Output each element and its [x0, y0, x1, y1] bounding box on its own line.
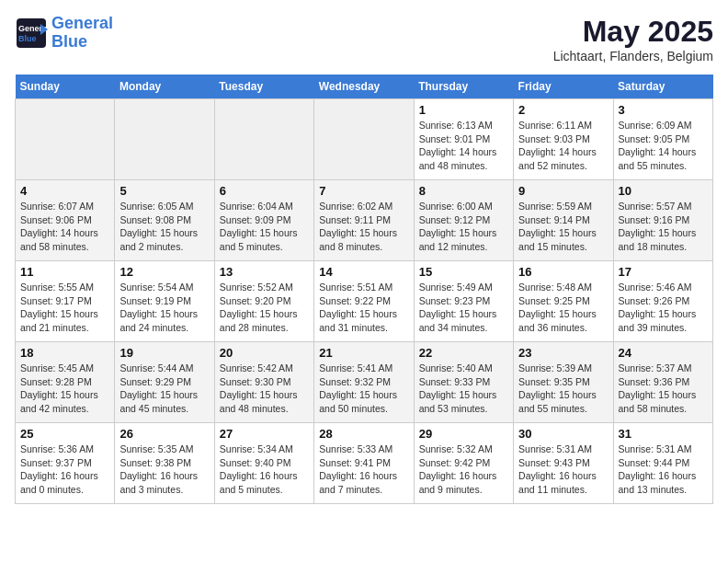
calendar-cell: 7Sunrise: 6:02 AMSunset: 9:11 PMDaylight… — [314, 180, 414, 261]
day-number: 31 — [619, 427, 708, 441]
day-info: Sunrise: 5:33 AMSunset: 9:41 PMDaylight:… — [319, 442, 408, 497]
calendar-cell: 17Sunrise: 5:46 AMSunset: 9:26 PMDayligh… — [613, 261, 712, 342]
calendar-table: SundayMondayTuesdayWednesdayThursdayFrid… — [15, 75, 713, 504]
day-number: 27 — [220, 427, 309, 441]
day-number: 26 — [119, 427, 209, 441]
day-info: Sunrise: 6:00 AMSunset: 9:12 PMDaylight:… — [419, 200, 508, 254]
day-info: Sunrise: 5:45 AMSunset: 9:28 PMDaylight:… — [20, 362, 109, 416]
calendar-cell: 8Sunrise: 6:00 AMSunset: 9:12 PMDaylight… — [414, 180, 513, 261]
day-number: 25 — [20, 427, 109, 441]
calendar-cell: 9Sunrise: 5:59 AMSunset: 9:14 PMDaylight… — [514, 180, 613, 261]
calendar-week-row: 18Sunrise: 5:45 AMSunset: 9:28 PMDayligh… — [16, 342, 713, 423]
logo-text: GeneralBlue — [51, 15, 113, 52]
day-number: 22 — [419, 346, 508, 360]
calendar-cell — [214, 99, 313, 180]
calendar-cell: 30Sunrise: 5:31 AMSunset: 9:43 PMDayligh… — [514, 423, 613, 504]
calendar-subtitle: Lichtaart, Flanders, Belgium — [553, 49, 713, 63]
day-number: 6 — [220, 184, 309, 198]
calendar-cell: 27Sunrise: 5:34 AMSunset: 9:40 PMDayligh… — [214, 423, 313, 504]
calendar-cell: 28Sunrise: 5:33 AMSunset: 9:41 PMDayligh… — [314, 423, 414, 504]
day-number: 3 — [619, 103, 708, 117]
calendar-cell: 24Sunrise: 5:37 AMSunset: 9:36 PMDayligh… — [613, 342, 712, 423]
day-info: Sunrise: 5:31 AMSunset: 9:43 PMDaylight:… — [518, 442, 608, 497]
day-info: Sunrise: 5:31 AMSunset: 9:44 PMDaylight:… — [619, 442, 708, 497]
day-number: 18 — [20, 346, 109, 360]
calendar-title: May 2025 — [553, 15, 713, 49]
day-number: 16 — [518, 265, 608, 279]
weekday-header-row: SundayMondayTuesdayWednesdayThursdayFrid… — [16, 75, 713, 99]
calendar-cell — [314, 99, 414, 180]
day-info: Sunrise: 6:04 AMSunset: 9:09 PMDaylight:… — [220, 200, 309, 254]
calendar-cell: 3Sunrise: 6:09 AMSunset: 9:05 PMDaylight… — [613, 99, 712, 180]
calendar-cell: 2Sunrise: 6:11 AMSunset: 9:03 PMDaylight… — [514, 99, 613, 180]
day-number: 30 — [518, 427, 608, 441]
calendar-cell: 13Sunrise: 5:52 AMSunset: 9:20 PMDayligh… — [214, 261, 313, 342]
calendar-cell: 4Sunrise: 6:07 AMSunset: 9:06 PMDaylight… — [16, 180, 115, 261]
day-info: Sunrise: 5:49 AMSunset: 9:23 PMDaylight:… — [419, 281, 508, 335]
day-number: 23 — [518, 346, 608, 360]
calendar-header: SundayMondayTuesdayWednesdayThursdayFrid… — [16, 75, 713, 99]
day-info: Sunrise: 5:37 AMSunset: 9:36 PMDaylight:… — [619, 362, 708, 416]
calendar-cell: 16Sunrise: 5:48 AMSunset: 9:25 PMDayligh… — [514, 261, 613, 342]
day-number: 10 — [619, 184, 708, 198]
weekday-header-wednesday: Wednesday — [314, 75, 414, 99]
day-number: 5 — [119, 184, 209, 198]
day-info: Sunrise: 5:40 AMSunset: 9:33 PMDaylight:… — [419, 362, 508, 416]
day-info: Sunrise: 5:42 AMSunset: 9:30 PMDaylight:… — [220, 362, 309, 416]
day-number: 9 — [518, 184, 608, 198]
calendar-cell: 21Sunrise: 5:41 AMSunset: 9:32 PMDayligh… — [314, 342, 414, 423]
day-number: 29 — [419, 427, 508, 441]
day-info: Sunrise: 5:44 AMSunset: 9:29 PMDaylight:… — [119, 362, 209, 416]
calendar-cell — [16, 99, 115, 180]
day-info: Sunrise: 6:09 AMSunset: 9:05 PMDaylight:… — [619, 119, 708, 173]
day-info: Sunrise: 5:52 AMSunset: 9:20 PMDaylight:… — [220, 281, 309, 335]
weekday-header-friday: Friday — [514, 75, 613, 99]
calendar-cell: 5Sunrise: 6:05 AMSunset: 9:08 PMDaylight… — [115, 180, 214, 261]
day-info: Sunrise: 5:36 AMSunset: 9:37 PMDaylight:… — [20, 442, 109, 497]
weekday-header-tuesday: Tuesday — [214, 75, 313, 99]
day-info: Sunrise: 5:54 AMSunset: 9:19 PMDaylight:… — [119, 281, 209, 335]
day-number: 11 — [20, 265, 109, 279]
day-info: Sunrise: 5:55 AMSunset: 9:17 PMDaylight:… — [20, 281, 109, 335]
weekday-header-thursday: Thursday — [414, 75, 513, 99]
weekday-header-monday: Monday — [115, 75, 214, 99]
logo: General Blue GeneralBlue — [15, 15, 113, 52]
calendar-cell: 11Sunrise: 5:55 AMSunset: 9:17 PMDayligh… — [16, 261, 115, 342]
calendar-cell: 14Sunrise: 5:51 AMSunset: 9:22 PMDayligh… — [314, 261, 414, 342]
day-number: 24 — [619, 346, 708, 360]
calendar-cell: 18Sunrise: 5:45 AMSunset: 9:28 PMDayligh… — [16, 342, 115, 423]
calendar-cell: 1Sunrise: 6:13 AMSunset: 9:01 PMDaylight… — [414, 99, 513, 180]
day-number: 4 — [20, 184, 109, 198]
day-info: Sunrise: 5:59 AMSunset: 9:14 PMDaylight:… — [518, 200, 608, 254]
logo-icon: General Blue — [15, 17, 48, 50]
calendar-cell: 10Sunrise: 5:57 AMSunset: 9:16 PMDayligh… — [613, 180, 712, 261]
day-number: 19 — [119, 346, 209, 360]
day-info: Sunrise: 5:46 AMSunset: 9:26 PMDaylight:… — [619, 281, 708, 335]
day-number: 15 — [419, 265, 508, 279]
day-info: Sunrise: 6:11 AMSunset: 9:03 PMDaylight:… — [518, 119, 608, 173]
calendar-week-row: 25Sunrise: 5:36 AMSunset: 9:37 PMDayligh… — [16, 423, 713, 504]
day-info: Sunrise: 5:57 AMSunset: 9:16 PMDaylight:… — [619, 200, 708, 254]
calendar-cell: 12Sunrise: 5:54 AMSunset: 9:19 PMDayligh… — [115, 261, 214, 342]
day-info: Sunrise: 6:05 AMSunset: 9:08 PMDaylight:… — [119, 200, 209, 254]
day-info: Sunrise: 5:32 AMSunset: 9:42 PMDaylight:… — [419, 442, 508, 497]
calendar-cell: 26Sunrise: 5:35 AMSunset: 9:38 PMDayligh… — [115, 423, 214, 504]
day-info: Sunrise: 5:41 AMSunset: 9:32 PMDaylight:… — [319, 362, 408, 416]
calendar-cell: 29Sunrise: 5:32 AMSunset: 9:42 PMDayligh… — [414, 423, 513, 504]
day-info: Sunrise: 5:51 AMSunset: 9:22 PMDaylight:… — [319, 281, 408, 335]
svg-text:Blue: Blue — [18, 34, 37, 43]
day-number: 17 — [619, 265, 708, 279]
day-number: 28 — [319, 427, 408, 441]
calendar-cell: 23Sunrise: 5:39 AMSunset: 9:35 PMDayligh… — [514, 342, 613, 423]
day-number: 21 — [319, 346, 408, 360]
calendar-week-row: 1Sunrise: 6:13 AMSunset: 9:01 PMDaylight… — [16, 99, 713, 180]
day-number: 2 — [518, 103, 608, 117]
calendar-week-row: 11Sunrise: 5:55 AMSunset: 9:17 PMDayligh… — [16, 261, 713, 342]
day-info: Sunrise: 5:35 AMSunset: 9:38 PMDaylight:… — [119, 442, 209, 497]
day-number: 13 — [220, 265, 309, 279]
day-info: Sunrise: 6:02 AMSunset: 9:11 PMDaylight:… — [319, 200, 408, 254]
day-number: 12 — [119, 265, 209, 279]
day-info: Sunrise: 5:39 AMSunset: 9:35 PMDaylight:… — [518, 362, 608, 416]
calendar-cell — [115, 99, 214, 180]
day-number: 8 — [419, 184, 508, 198]
